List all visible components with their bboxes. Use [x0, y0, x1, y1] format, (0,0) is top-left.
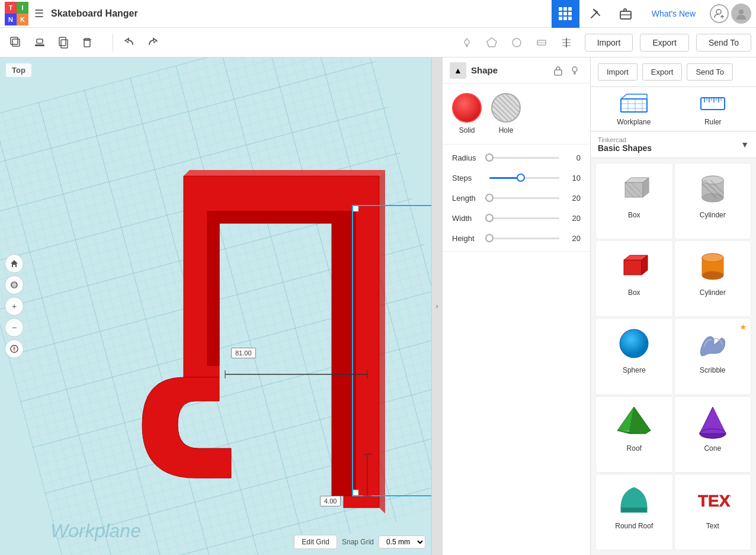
category-brand: Tinkercad	[598, 136, 652, 143]
transform-tools	[5, 31, 98, 54]
send-to-button[interactable]: Send To	[696, 34, 751, 52]
export-shapes-button[interactable]: Export	[642, 63, 683, 81]
bulb-icon-button[interactable]	[566, 62, 583, 79]
steps-value: 10	[564, 174, 581, 182]
shape-name-roundroof: Round Roof	[615, 522, 653, 530]
app-logo[interactable]: T I N K	[5, 2, 28, 25]
pickaxe-button[interactable]	[582, 0, 610, 28]
radius-thumb[interactable]	[485, 153, 494, 162]
circle-icon-button[interactable]	[505, 31, 528, 54]
shape-panel-header: ▲ Shape	[443, 57, 590, 84]
text-shape-icon: TEXT	[694, 480, 732, 518]
3d-scene-svg: Workplane	[47, 129, 431, 543]
length-label: Length	[452, 194, 485, 203]
svg-point-82	[702, 194, 723, 202]
shape-properties-panel: ▲ Shape Solid	[442, 57, 590, 555]
snap-grid-select[interactable]: 0.5 mm 1 mm 2 mm	[379, 535, 425, 548]
shape-properties: Radius 0 Steps 10	[443, 145, 590, 252]
edit-grid-button[interactable]: Edit Grid	[294, 535, 337, 549]
workplane-icon	[620, 93, 648, 114]
shape-name-box-red: Box	[628, 288, 640, 297]
radius-row: Radius 0	[452, 152, 581, 163]
import-button[interactable]: Import	[585, 34, 633, 52]
pentagon-icon-button[interactable]	[480, 31, 503, 54]
add-user-button[interactable]	[710, 4, 729, 23]
solid-option[interactable]: Solid	[452, 93, 482, 134]
hole-label: Hole	[499, 126, 514, 134]
export-button[interactable]: Export	[640, 34, 688, 52]
svg-rect-14	[61, 40, 68, 48]
svg-rect-74	[625, 182, 643, 197]
width-row: Width 20	[452, 212, 581, 224]
svg-point-91	[702, 271, 723, 280]
shape-item-box-grey[interactable]: Box	[595, 163, 673, 239]
shapes-category-selector[interactable]: Tinkercad Basic Shapes ▼	[591, 131, 756, 158]
shape-item-cylinder-orange[interactable]: Cylinder	[674, 240, 752, 317]
send-to-shapes-button[interactable]: Send To	[687, 63, 732, 81]
menu-icon[interactable]: ☰	[34, 7, 44, 20]
redo-icon	[146, 36, 159, 49]
shape-item-sphere-blue[interactable]: Sphere	[595, 318, 673, 394]
shape-item-cone-purple[interactable]: Cone	[674, 396, 752, 473]
box-red-icon	[615, 247, 653, 285]
radius-value: 0	[564, 153, 581, 162]
cylinder-grey-icon	[694, 169, 732, 207]
panel-collapse-handle[interactable]: ›	[431, 57, 442, 555]
project-title: Skateboard Hanger	[51, 8, 552, 19]
solid-label: Solid	[459, 126, 475, 134]
duplicate-button[interactable]	[5, 31, 27, 54]
delete-button[interactable]	[76, 31, 98, 54]
shape-panel-collapse-button[interactable]: ▲	[450, 62, 466, 79]
flatten-button[interactable]	[28, 31, 51, 54]
steps-thumb[interactable]	[517, 174, 525, 182]
align-icon-button[interactable]	[555, 31, 578, 54]
hole-option[interactable]: Hole	[491, 93, 521, 134]
shape-item-box-red[interactable]: Box	[595, 240, 673, 317]
zoom-in-button[interactable]: +	[5, 297, 24, 316]
shape-name-roof-green: Roof	[627, 444, 642, 453]
svg-rect-50	[555, 70, 562, 75]
compass-button[interactable]	[5, 339, 24, 358]
home-view-button[interactable]	[5, 254, 24, 273]
height-thumb[interactable]	[485, 234, 494, 242]
roof-green-icon	[615, 403, 653, 441]
shape-item-scribble[interactable]: ★ Scribble	[674, 318, 752, 394]
workplane-item[interactable]: Workplane	[598, 92, 670, 126]
ruler-item[interactable]: Ruler	[677, 92, 749, 126]
shape-item-roundroof[interactable]: Round Roof	[595, 474, 673, 550]
scene-object: Workplane	[47, 129, 431, 543]
workplane-ruler-row: Workplane Ruler	[591, 87, 756, 131]
steps-label: Steps	[452, 174, 485, 182]
whats-new-button[interactable]: What's New	[642, 0, 705, 28]
shape-item-cylinder-grey[interactable]: Cylinder	[674, 163, 752, 239]
length-thumb[interactable]	[485, 194, 494, 202]
briefcase-button[interactable]	[612, 0, 640, 28]
polygon-icon	[486, 37, 498, 49]
light-icon-button[interactable]	[456, 31, 478, 54]
undo-button[interactable]	[118, 31, 140, 54]
shape-item-roof-green[interactable]: Roof	[595, 396, 673, 473]
ruler-icon-box	[698, 92, 728, 116]
grid-view-button[interactable]	[552, 0, 579, 28]
user-avatar[interactable]	[731, 4, 751, 24]
svg-point-51	[572, 67, 577, 72]
orbit-button[interactable]	[5, 275, 24, 294]
import-shapes-button[interactable]: Import	[598, 63, 638, 81]
svg-text:Workplane: Workplane	[50, 520, 141, 541]
shape-item-text[interactable]: TEXT Text	[674, 474, 752, 550]
layers-icon-button[interactable]	[530, 31, 553, 54]
redo-button[interactable]	[142, 31, 164, 54]
width-thumb[interactable]	[485, 214, 494, 222]
solid-circle	[452, 93, 482, 123]
svg-rect-9	[12, 39, 20, 46]
svg-point-33	[11, 284, 17, 286]
lock-icon-button[interactable]	[550, 62, 566, 79]
sphere-blue-icon	[615, 325, 653, 362]
category-dropdown-arrow[interactable]: ▼	[741, 140, 749, 149]
shape-name-cylinder-grey: Cylinder	[700, 211, 726, 219]
height-slider-container	[489, 232, 559, 244]
copy-button[interactable]	[52, 31, 75, 54]
box-grey-icon	[615, 169, 653, 207]
zoom-out-button[interactable]: −	[5, 318, 24, 337]
canvas-area[interactable]: Top + −	[0, 57, 431, 555]
